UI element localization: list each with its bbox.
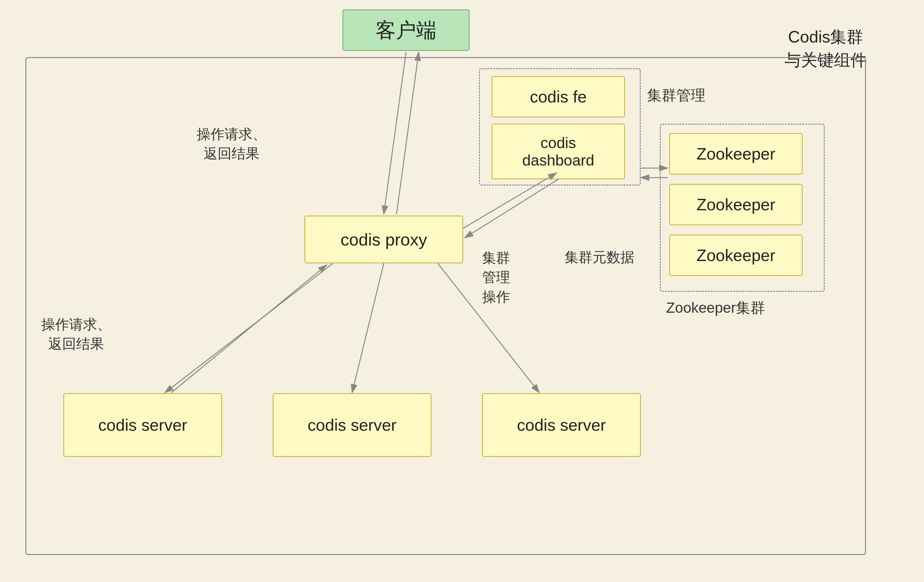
bottom-request-label: 操作请求、 返回结果 [41,295,111,354]
zookeeper3-box: Zookeeper [669,235,802,276]
zookeeper1-box: Zookeeper [669,133,802,175]
codis-dashboard-box: codis dashboard [492,124,625,179]
client-box: 客户端 [343,10,469,51]
zookeeper2-box: Zookeeper [669,184,802,225]
codis-proxy-box: codis proxy [305,216,463,263]
codis-fe-box: codis fe [492,76,625,117]
cluster-manage-label: 集群管理 [647,86,705,105]
codis-server3-box: codis server [482,393,641,457]
diagram: Codis集群 与关键组件 客户端 codis fe codis dashboa… [0,0,924,582]
codis-server1-box: codis server [63,393,222,457]
cluster-metadata-label: 集群元数据 [564,247,634,267]
top-request-label: 操作请求、 返回结果 [197,105,266,163]
codis-server2-box: codis server [273,393,431,457]
zookeeper-cluster-label: Zookeeper集群 [666,298,765,318]
cluster-manage-op-label: 集群 管理 操作 [482,228,510,307]
